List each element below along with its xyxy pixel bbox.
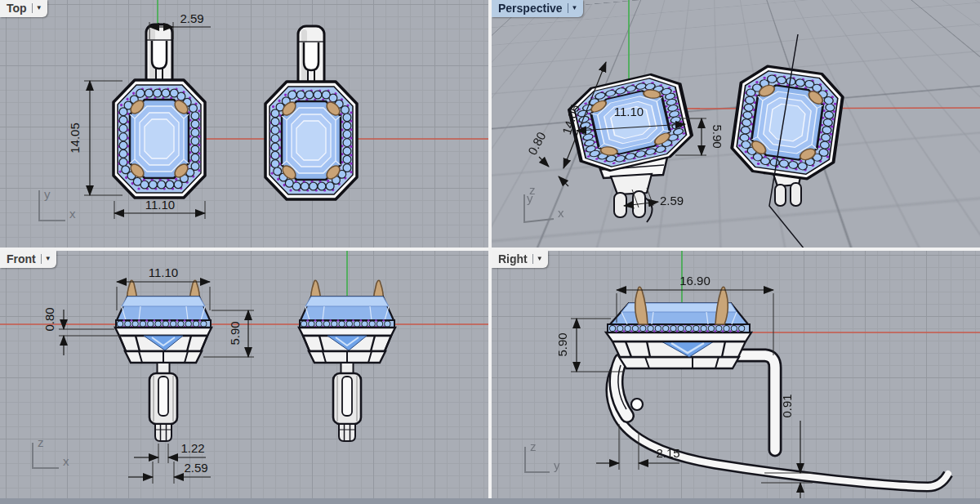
dimension-halo-rim-front[interactable]: 0.80: [42, 307, 122, 355]
axis-indicator-front: z x: [33, 435, 69, 468]
viewport-menu-icon[interactable]: ▼: [568, 3, 578, 13]
earring-right-front-view[interactable]: [299, 280, 395, 441]
dimension-hook-offset-right[interactable]: 2.15: [596, 424, 680, 470]
svg-text:11.10: 11.10: [149, 265, 178, 279]
svg-text:0.80: 0.80: [42, 307, 56, 331]
viewport-tab-front[interactable]: Front ▼: [0, 251, 56, 268]
svg-text:14.05: 14.05: [68, 123, 82, 154]
svg-text:11.10: 11.10: [145, 198, 175, 212]
svg-text:z: z: [38, 435, 44, 449]
svg-text:5.90: 5.90: [710, 124, 724, 148]
dimension-setting-depth-front[interactable]: 5.90: [203, 310, 254, 357]
viewport-tab-right[interactable]: Right ▼: [492, 251, 548, 268]
earring-right-perspective[interactable]: [729, 63, 845, 206]
rhino-viewport-area: 2.59 14.05 11.10 y x Top ▼: [0, 0, 980, 504]
svg-text:x: x: [63, 454, 69, 468]
dimension-halo-rim-persp[interactable]: 0.80: [525, 130, 568, 186]
svg-text:16.90: 16.90: [679, 274, 710, 288]
axis-indicator-perspective: z y x: [524, 183, 564, 222]
svg-text:0.80: 0.80: [525, 130, 549, 158]
viewport-title-front: Front: [7, 252, 36, 265]
viewport-tab-perspective[interactable]: Perspective ▼: [492, 0, 583, 17]
window-edge-strip: [0, 498, 980, 504]
svg-text:2.59: 2.59: [180, 11, 203, 25]
earring-left-top-view[interactable]: [114, 25, 205, 198]
svg-text:5.90: 5.90: [228, 321, 242, 345]
svg-text:2.15: 2.15: [656, 446, 679, 460]
viewport-menu-icon[interactable]: ▼: [32, 3, 42, 13]
viewport-title-perspective: Perspective: [498, 2, 563, 15]
svg-text:y: y: [554, 458, 560, 472]
svg-text:5.90: 5.90: [555, 332, 569, 356]
viewport-menu-icon[interactable]: ▼: [532, 254, 543, 264]
viewport-menu-icon[interactable]: ▼: [41, 254, 51, 264]
svg-text:0.91: 0.91: [780, 394, 794, 417]
svg-text:2.59: 2.59: [660, 194, 684, 207]
svg-text:y: y: [527, 191, 533, 205]
svg-text:2.59: 2.59: [184, 461, 207, 475]
viewport-top[interactable]: 2.59 14.05 11.10 y x Top ▼: [0, 0, 488, 248]
svg-text:x: x: [69, 207, 76, 221]
dimension-pendant-width[interactable]: 11.10: [114, 198, 205, 219]
svg-text:1.22: 1.22: [180, 441, 204, 455]
svg-text:x: x: [558, 206, 564, 220]
axis-indicator-right: z y: [525, 439, 560, 472]
viewport-perspective[interactable]: 11.10 14.05 0.80 5.90 2.59 z y x: [492, 0, 980, 248]
axis-indicator-top: y x: [39, 187, 76, 221]
svg-text:11.10: 11.10: [614, 105, 644, 118]
svg-text:z: z: [530, 439, 537, 453]
viewport-front[interactable]: 11.10 0.80 5.90 1.22 2.59: [0, 251, 488, 498]
earring-right-top-view[interactable]: [265, 26, 357, 199]
dimension-post-front[interactable]: 2.59: [128, 461, 211, 484]
viewport-title-top: Top: [7, 2, 27, 15]
dimension-post-tip-front[interactable]: 1.22: [134, 441, 206, 463]
viewport-right[interactable]: 16.90 5.90 0.91 2.15 z y Right: [492, 251, 980, 498]
viewport-title-right: Right: [498, 252, 528, 265]
viewport-tab-top[interactable]: Top ▼: [0, 0, 47, 17]
earring-left-front-view[interactable]: [115, 280, 212, 441]
svg-text:y: y: [44, 187, 51, 201]
